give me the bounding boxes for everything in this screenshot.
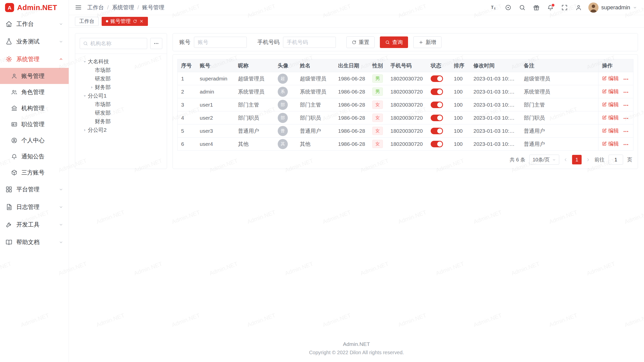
- goto-label: 前往: [594, 156, 605, 163]
- sidebar-item[interactable]: 业务测试: [0, 33, 69, 50]
- sidebar-subitem[interactable]: 通知公告: [0, 148, 69, 164]
- search-button[interactable]: 查询: [380, 36, 408, 48]
- tree-node[interactable]: 市场部: [80, 100, 162, 109]
- close-icon[interactable]: [139, 19, 144, 23]
- sidebar-item-label: 开发工具: [16, 221, 39, 229]
- cell-actions: 编辑: [598, 72, 633, 85]
- row-more-button[interactable]: [623, 76, 629, 82]
- tree-node[interactable]: 财务部: [80, 83, 162, 92]
- edit-label: 编辑: [608, 88, 619, 95]
- cell-phone: 18020030720: [387, 98, 427, 111]
- column-header: 出生日期: [335, 59, 369, 72]
- caret-down-icon[interactable]: [82, 60, 88, 64]
- gift-icon[interactable]: [533, 4, 540, 11]
- edit-icon: [602, 141, 607, 146]
- page-size-select[interactable]: 10条/页: [529, 155, 559, 165]
- add-button[interactable]: 新增: [413, 36, 441, 48]
- sidebar-subitem[interactable]: 个人中心: [0, 132, 69, 148]
- row-more-button[interactable]: [623, 102, 629, 108]
- caret-down-icon[interactable]: [82, 94, 88, 98]
- refresh-icon[interactable]: [133, 19, 137, 23]
- breadcrumb-item[interactable]: 工作台: [87, 4, 104, 11]
- toggle-knob: [437, 76, 442, 81]
- bell-icon[interactable]: [547, 4, 554, 11]
- tab[interactable]: 工作台: [75, 17, 99, 26]
- brand-title: Admin.NET: [17, 4, 57, 12]
- account-input[interactable]: [194, 37, 247, 48]
- cell-actions: 编辑: [598, 98, 633, 111]
- document-icon: [6, 204, 12, 210]
- tree-node[interactable]: 财务部: [80, 117, 162, 126]
- tree-more-button[interactable]: [150, 38, 162, 49]
- avatar: 其: [278, 139, 288, 149]
- sidebar-item[interactable]: 日志管理: [0, 198, 69, 216]
- edit-button[interactable]: 编辑: [602, 75, 619, 82]
- hamburger-icon[interactable]: [75, 4, 82, 11]
- org-search-input[interactable]: [90, 40, 144, 47]
- sidebar-subitem[interactable]: 三方账号: [0, 164, 69, 180]
- tab[interactable]: 账号管理: [102, 17, 148, 26]
- cell-sort: 100: [450, 85, 470, 98]
- chevron-down-icon: [552, 158, 556, 162]
- sidebar-item[interactable]: 开发工具: [0, 216, 69, 233]
- fullscreen-icon[interactable]: [561, 4, 568, 11]
- sidebar-item[interactable]: 帮助文档: [0, 233, 69, 251]
- row-more-button[interactable]: [623, 115, 629, 121]
- edit-button[interactable]: 编辑: [602, 114, 619, 121]
- edit-button[interactable]: 编辑: [602, 88, 619, 95]
- sidebar-item[interactable]: 工作台: [0, 15, 69, 33]
- tree-node[interactable]: 分公司2: [80, 126, 162, 134]
- toggle-knob: [437, 128, 442, 133]
- username: superadmin: [601, 4, 630, 11]
- brand[interactable]: A Admin.NET: [0, 0, 69, 15]
- cell-modified: 2023-01-03 10:59:44: [470, 72, 520, 85]
- tree-node[interactable]: 大名科技: [80, 57, 162, 66]
- page-number-1[interactable]: 1: [572, 155, 582, 164]
- reset-button[interactable]: 重置: [346, 36, 375, 48]
- goto-page-input[interactable]: [609, 155, 623, 165]
- font-size-icon[interactable]: Tt: [491, 4, 497, 11]
- sidebar-subitem[interactable]: 职位管理: [0, 116, 69, 132]
- sidebar-item[interactable]: 系统管理: [0, 50, 69, 68]
- search-icon[interactable]: [519, 4, 526, 11]
- row-more-button[interactable]: [623, 128, 629, 134]
- breadcrumb-item[interactable]: 系统管理: [112, 4, 134, 11]
- status-toggle[interactable]: [431, 88, 443, 95]
- next-page-button[interactable]: [586, 157, 590, 162]
- edit-button[interactable]: 编辑: [602, 140, 619, 147]
- person-icon[interactable]: [575, 4, 582, 11]
- status-toggle[interactable]: [431, 115, 443, 121]
- row-more-button[interactable]: [623, 142, 629, 148]
- tree-node[interactable]: 研发部: [80, 74, 162, 83]
- status-toggle[interactable]: [431, 141, 443, 147]
- target-icon[interactable]: [505, 4, 511, 11]
- footer-title: Admin.NET: [69, 341, 644, 347]
- edit-button[interactable]: 编辑: [602, 127, 619, 134]
- cell-status: [427, 98, 450, 111]
- sidebar-subitem[interactable]: 账号管理: [0, 68, 69, 84]
- chevron-down-icon: [59, 22, 63, 26]
- status-toggle[interactable]: [431, 102, 443, 108]
- status-toggle[interactable]: [431, 128, 443, 134]
- user-menu[interactable]: superadmin: [588, 3, 637, 13]
- sidebar-item[interactable]: 平台管理: [0, 180, 69, 198]
- breadcrumb-item[interactable]: 账号管理: [142, 4, 164, 11]
- tree-node[interactable]: 分公司1: [80, 92, 162, 100]
- tree-node[interactable]: 研发部: [80, 109, 162, 117]
- tree-node[interactable]: 市场部: [80, 66, 162, 74]
- sidebar-subitem[interactable]: 角色管理: [0, 84, 69, 100]
- sidebar-subitem[interactable]: 机构管理: [0, 100, 69, 116]
- caret-right-icon[interactable]: [82, 128, 88, 132]
- caret-right-icon[interactable]: [89, 85, 95, 89]
- column-header: 头像: [274, 59, 296, 72]
- bank-icon: [11, 105, 17, 111]
- cell-status: [427, 111, 450, 124]
- avatar: [588, 3, 598, 13]
- status-toggle[interactable]: [431, 75, 443, 82]
- phone-input[interactable]: [283, 37, 336, 48]
- grid-icon: [6, 186, 12, 193]
- org-tree: 大名科技市场部研发部财务部分公司1市场部研发部财务部分公司2: [80, 57, 162, 134]
- row-more-button[interactable]: [623, 89, 629, 95]
- prev-page-button[interactable]: [563, 157, 568, 162]
- edit-button[interactable]: 编辑: [602, 101, 619, 108]
